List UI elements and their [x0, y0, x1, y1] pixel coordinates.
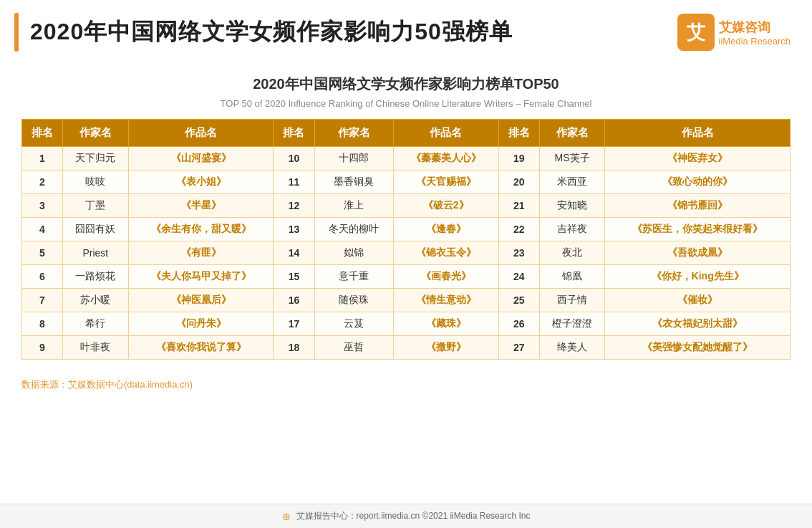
logo-en: iiMedia Research	[719, 36, 791, 47]
table-cell: 18	[274, 336, 314, 360]
table-cell: 27	[498, 336, 539, 360]
table-cell: 《锦书雁回》	[605, 194, 791, 218]
table-cell: 绛美人	[539, 336, 605, 360]
table-cell: 《神医凰后》	[128, 289, 274, 312]
table-cell: 淮上	[314, 194, 393, 218]
table-cell: 《吾欲成凰》	[605, 241, 791, 265]
col-author2: 作家名	[314, 120, 393, 147]
table-cell: 安知晓	[539, 194, 605, 218]
table-cell: 姒锦	[314, 241, 393, 265]
table-cell: 《神医弃女》	[605, 147, 791, 171]
table-cell: 26	[498, 312, 539, 336]
table-cell: 2	[22, 171, 63, 194]
table-cell: 23	[498, 241, 539, 265]
table-cell: 《你好，King先生》	[605, 265, 791, 289]
table-cell: 《画春光》	[393, 265, 498, 289]
table-cell: 22	[498, 218, 539, 241]
col-rank1: 排名	[22, 120, 63, 147]
table-row: 2吱吱《表小姐》11墨香铜臭《天官赐福》20米西亚《致心动的你》	[22, 171, 791, 194]
table-cell: 吱吱	[63, 171, 129, 194]
table-cell: 《余生有你，甜又暖》	[128, 218, 274, 241]
table-cell: 《天官赐福》	[393, 171, 498, 194]
table-cell: 12	[274, 194, 314, 218]
table-row: 3丁墨《半星》12淮上《破云2》21安知晓《锦书雁回》	[22, 194, 791, 218]
subtitle-en: TOP 50 of 2020 Influence Ranking of Chin…	[0, 98, 812, 109]
col-rank2: 排名	[274, 120, 314, 147]
table-cell: 8	[22, 312, 63, 336]
col-author1: 作家名	[63, 120, 129, 147]
table-cell: 《有匪》	[128, 241, 274, 265]
logo-text: 艾媒咨询 iiMedia Research	[719, 19, 791, 47]
table-cell: 10	[274, 147, 314, 171]
table-cell: 意千重	[314, 265, 393, 289]
table-cell: 15	[274, 265, 314, 289]
table-cell: 云芨	[314, 312, 393, 336]
table-cell: 《锦衣玉令》	[393, 241, 498, 265]
logo-icon: 艾	[677, 14, 715, 51]
table-cell: 《蓁蓁美人心》	[393, 147, 498, 171]
table-cell: 13	[274, 218, 314, 241]
table-cell: 《夫人你马甲又掉了》	[128, 265, 274, 289]
table-cell: 《苏医生，你笑起来很好看》	[605, 218, 791, 241]
table-cell: 25	[498, 289, 539, 312]
table-cell: 叶非夜	[63, 336, 129, 360]
source-name: 艾媒数据中心(data.iimedia.cn)	[68, 379, 193, 390]
logo-area: 艾 艾媒咨询 iiMedia Research	[677, 14, 791, 51]
table-cell: 《情生意动》	[393, 289, 498, 312]
table-cell: 19	[498, 147, 539, 171]
table-row: 6一路烦花《夫人你马甲又掉了》15意千重《画春光》24锦凰《你好，King先生》	[22, 265, 791, 289]
table-cell: 17	[274, 312, 314, 336]
table-cell: 《催妆》	[605, 289, 791, 312]
table-cell: 囧囧有妖	[63, 218, 129, 241]
table-row: 1天下归元《山河盛宴》10十四郎《蓁蓁美人心》19MS芙子《神医弃女》	[22, 147, 791, 171]
table-cell: 《表小姐》	[128, 171, 274, 194]
col-work2: 作品名	[393, 120, 498, 147]
table-cell: 《半星》	[128, 194, 274, 218]
col-work1: 作品名	[128, 120, 274, 147]
table-cell: 墨香铜臭	[314, 171, 393, 194]
table-cell: 十四郎	[314, 147, 393, 171]
table-cell: 《藏珠》	[393, 312, 498, 336]
table-cell: 7	[22, 289, 63, 312]
ranking-table: 排名 作家名 作品名 排名 作家名 作品名 排名 作家名 作品名 1天下归元《山…	[21, 119, 791, 360]
table-cell: 4	[22, 218, 63, 241]
page-title: 2020年中国网络文学女频作家影响力50强榜单	[30, 16, 513, 48]
table-cell: 《撒野》	[393, 336, 498, 360]
table-cell: 夜北	[539, 241, 605, 265]
table-cell: 丁墨	[63, 194, 129, 218]
table-cell: 冬天的柳叶	[314, 218, 393, 241]
table-cell: 3	[22, 194, 63, 218]
table-cell: 11	[274, 171, 314, 194]
table-container: 排名 作家名 作品名 排名 作家名 作品名 排名 作家名 作品名 1天下归元《山…	[0, 119, 812, 360]
table-cell: 20	[498, 171, 539, 194]
table-row: 4囧囧有妖《余生有你，甜又暖》13冬天的柳叶《逢春》22吉祥夜《苏医生，你笑起来…	[22, 218, 791, 241]
table-cell: 西子情	[539, 289, 605, 312]
table-cell: 一路烦花	[63, 265, 129, 289]
table-cell: 随侯珠	[314, 289, 393, 312]
table-cell: 希行	[63, 312, 129, 336]
table-cell: 1	[22, 147, 63, 171]
table-cell: 米西亚	[539, 171, 605, 194]
source-label: 数据来源：	[21, 379, 68, 390]
table-cell: 锦凰	[539, 265, 605, 289]
table-cell: 6	[22, 265, 63, 289]
table-cell: 《农女福妃别太甜》	[605, 312, 791, 336]
table-cell: 《破云2》	[393, 194, 498, 218]
table-cell: 巫哲	[314, 336, 393, 360]
bottom-bar: ⊕ 艾媒报告中心：report.iimedia.cn ©2021 iiMedia…	[0, 504, 812, 528]
table-cell: Priest	[63, 241, 129, 265]
col-author3: 作家名	[539, 120, 605, 147]
page-header: 2020年中国网络文学女频作家影响力50强榜单 艾 艾媒咨询 iiMedia R…	[0, 0, 812, 59]
footer: 数据来源：艾媒数据中心(data.iimedia.cn)	[0, 360, 812, 391]
bottom-text: 艾媒报告中心：report.iimedia.cn ©2021 iiMedia R…	[296, 510, 531, 522]
col-rank3: 排名	[498, 120, 539, 147]
table-header-row: 排名 作家名 作品名 排名 作家名 作品名 排名 作家名 作品名	[22, 120, 791, 147]
table-cell: 《美强惨女配她觉醒了》	[605, 336, 791, 360]
table-cell: 《问丹朱》	[128, 312, 274, 336]
table-cell: 14	[274, 241, 314, 265]
data-source: 数据来源：艾媒数据中心(data.iimedia.cn)	[21, 378, 791, 391]
globe-icon: ⊕	[282, 511, 291, 522]
table-row: 7苏小暖《神医凰后》16随侯珠《情生意动》25西子情《催妆》	[22, 289, 791, 312]
table-row: 8希行《问丹朱》17云芨《藏珠》26橙子澄澄《农女福妃别太甜》	[22, 312, 791, 336]
table-cell: 天下归元	[63, 147, 129, 171]
